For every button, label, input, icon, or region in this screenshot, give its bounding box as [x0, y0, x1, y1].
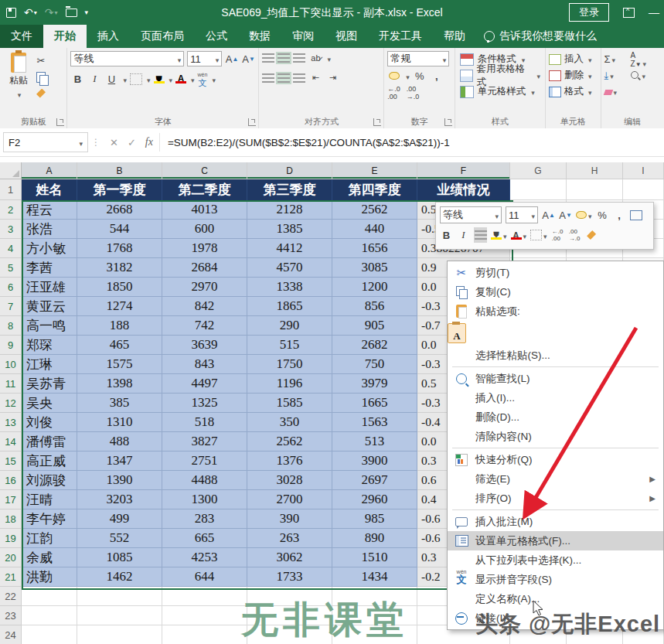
cell-C6[interactable]: 2970 [162, 278, 247, 297]
cell-B16[interactable]: 1390 [77, 471, 162, 490]
row-header-8[interactable]: 8 [0, 316, 22, 336]
cell-C14[interactable]: 3827 [162, 432, 247, 451]
number-format-combo[interactable]: 常规 [387, 51, 449, 66]
align-left-icon[interactable] [262, 73, 274, 83]
cell-B23[interactable] [77, 606, 162, 625]
column-header-G[interactable]: G [510, 162, 567, 179]
decrease-decimal-icon[interactable]: .00→.0 [407, 85, 420, 101]
cell-styles-button[interactable]: 单元格样式 [458, 83, 542, 100]
insert-cells-button[interactable]: 插入 [549, 51, 598, 67]
cell-D11[interactable]: 1196 [247, 374, 332, 394]
tab-2[interactable]: 插入 [87, 25, 130, 48]
font-color-icon[interactable]: A [175, 75, 186, 83]
alignment-dialog-launcher[interactable] [373, 118, 381, 126]
cell-B15[interactable]: 1347 [77, 451, 162, 471]
row-header-7[interactable]: 7 [0, 297, 22, 316]
cell-A12[interactable]: 吴央 [22, 394, 77, 413]
cell-A23[interactable] [22, 606, 77, 625]
mini-accounting-icon[interactable] [576, 207, 592, 223]
cell-C3[interactable]: 600 [162, 220, 247, 239]
cell-B11[interactable]: 1398 [77, 374, 162, 394]
cell-E18[interactable]: 985 [332, 509, 417, 529]
shrink-font-icon[interactable]: A▼ [242, 53, 256, 66]
grow-font-icon[interactable]: A▲ [225, 53, 239, 66]
name-box[interactable]: F2 [3, 132, 88, 152]
cell-E10[interactable]: 750 [332, 355, 417, 374]
underline-button[interactable]: U [104, 73, 118, 86]
cell-B7[interactable]: 1274 [77, 297, 162, 316]
mini-font-color-icon[interactable]: A [511, 227, 527, 243]
cell-D17[interactable]: 2700 [247, 490, 332, 509]
tab-3[interactable]: 页面布局 [130, 25, 195, 48]
menu-item-16[interactable]: 设置单元格格式(F)... [448, 531, 663, 550]
mini-align-center-icon[interactable] [474, 227, 487, 243]
cell-B12[interactable]: 385 [77, 394, 162, 413]
cut-icon[interactable]: ✂ [34, 54, 48, 67]
cell-C18[interactable]: 283 [162, 509, 247, 529]
cell-D7[interactable]: 1865 [247, 297, 332, 316]
row-header-9[interactable]: 9 [0, 336, 22, 355]
mini-merge-icon[interactable] [630, 207, 643, 223]
cell-C4[interactable]: 1978 [162, 239, 247, 258]
decrease-indent-icon[interactable]: ⇤ [308, 71, 322, 84]
cell-A5[interactable]: 李茜 [22, 258, 77, 278]
header-cell-B1[interactable]: 第一季度 [77, 179, 162, 200]
cell-E21[interactable]: 1434 [332, 567, 417, 587]
row-header-18[interactable]: 18 [0, 509, 22, 529]
column-header-I[interactable]: I [623, 162, 664, 179]
cell-D13[interactable]: 350 [247, 413, 332, 432]
cell-D8[interactable]: 290 [247, 316, 332, 336]
borders-icon[interactable] [130, 73, 142, 85]
cell-C24[interactable] [162, 625, 247, 644]
mini-shrink-font-icon[interactable]: A▼ [559, 207, 572, 223]
cell-C15[interactable]: 2751 [162, 451, 247, 471]
cell-C12[interactable]: 1325 [162, 394, 247, 413]
cell-D21[interactable]: 1733 [247, 567, 332, 587]
cell-B24[interactable] [77, 625, 162, 644]
row-header-23[interactable]: 23 [0, 606, 22, 625]
cell-A14[interactable]: 潘傅雷 [22, 432, 77, 451]
cell-E14[interactable]: 513 [332, 432, 417, 451]
row-header-22[interactable]: 22 [0, 587, 22, 606]
mini-decrease-decimal-icon[interactable]: .00→.0 [568, 227, 581, 243]
format-cells-button[interactable]: 格式 [549, 83, 598, 100]
cell-B6[interactable]: 1850 [77, 278, 162, 297]
row-header-13[interactable]: 13 [0, 413, 22, 432]
cell-A19[interactable]: 江韵 [22, 529, 77, 548]
tab-8[interactable]: 开发工具 [368, 25, 433, 48]
cell-A4[interactable]: 方小敏 [22, 239, 77, 258]
mini-fill-color-icon[interactable]: ⛊ [491, 227, 507, 243]
menu-item-11[interactable]: 快速分析(Q) [448, 450, 663, 469]
tab-6[interactable]: 审阅 [281, 25, 325, 48]
cell-A8[interactable]: 高一鸣 [22, 316, 77, 336]
mini-bold-button[interactable]: B [440, 227, 453, 243]
accounting-format-icon[interactable] [387, 70, 401, 83]
menu-item-8[interactable]: 删除(D)... [448, 407, 663, 427]
row-header-24[interactable]: 24 [0, 625, 22, 644]
cell-B22[interactable] [77, 587, 162, 606]
clipboard-dialog-launcher[interactable] [56, 118, 64, 126]
tab-0[interactable]: 文件 [0, 25, 43, 48]
font-dialog-launcher[interactable] [248, 118, 256, 126]
cell-C5[interactable]: 2684 [162, 258, 247, 278]
cell-D12[interactable]: 1585 [247, 394, 332, 413]
cell-B13[interactable]: 1310 [77, 413, 162, 432]
cell-D19[interactable]: 263 [247, 529, 332, 548]
cell-A20[interactable]: 余威 [22, 548, 77, 567]
cell-C8[interactable]: 742 [162, 316, 247, 336]
login-button[interactable]: 登录 [569, 3, 609, 22]
menu-item-1[interactable]: 复制(C) [448, 282, 663, 302]
cell-A16[interactable]: 刘源骏 [22, 471, 77, 490]
cell-B21[interactable]: 1462 [77, 567, 162, 587]
row-header-4[interactable]: 4 [0, 239, 22, 258]
format-as-table-button[interactable]: 套用表格格式 [458, 67, 542, 83]
cell-C7[interactable]: 842 [162, 297, 247, 316]
cell-A17[interactable]: 汪晴 [22, 490, 77, 509]
cell-C9[interactable]: 3639 [162, 336, 247, 355]
cell-D16[interactable]: 3028 [247, 471, 332, 490]
number-dialog-launcher[interactable] [444, 118, 452, 126]
increase-indent-icon[interactable]: ⇥ [325, 71, 339, 84]
cell-D3[interactable]: 1385 [247, 220, 332, 239]
column-header-D[interactable]: D [247, 162, 332, 179]
row-header-19[interactable]: 19 [0, 529, 22, 548]
